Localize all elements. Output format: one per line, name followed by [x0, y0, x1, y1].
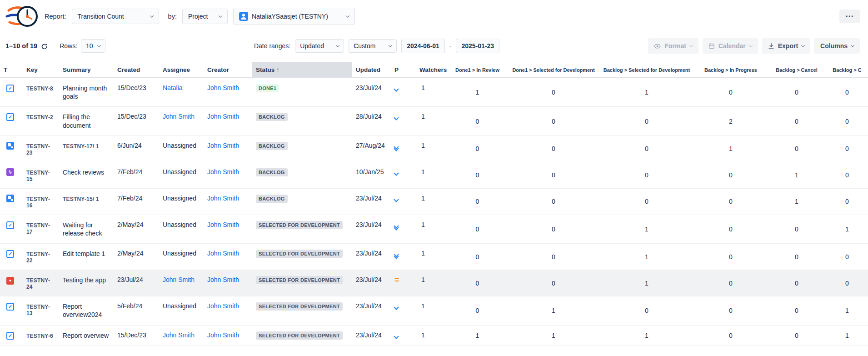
column-header[interactable]: Done1 > In Review — [447, 62, 508, 78]
creator-link[interactable]: John Smith — [204, 215, 252, 243]
format-button[interactable]: Format — [648, 38, 698, 54]
table-row[interactable]: ✓TESTNY-22Edit template 12/May/24Unassig… — [0, 244, 868, 270]
creator-link[interactable]: John Smith — [204, 188, 252, 215]
creator-link[interactable]: John Smith — [204, 135, 252, 162]
project-select[interactable]: NataliaYSaasjet (TESTNY) — [233, 8, 355, 25]
more-options-button[interactable]: ⋯ — [839, 10, 860, 23]
issue-key[interactable]: TESTNY-22 — [23, 244, 59, 270]
transition-count: 0 — [508, 135, 599, 162]
table-row[interactable]: ϟTESTNY-15Check reviews7/Feb/24Unassigne… — [0, 162, 868, 188]
creator-link[interactable]: John Smith — [204, 244, 252, 270]
column-header[interactable]: Status ↑ — [252, 62, 352, 78]
assignee-link[interactable]: John Smith — [159, 107, 204, 135]
transition-count: 1 — [599, 78, 694, 107]
priority-low-icon — [394, 197, 398, 201]
issue-summary: TESTNY-17/ 1 — [59, 135, 114, 162]
group-by-value: Project — [188, 13, 208, 20]
date-mode-value: Custom — [354, 42, 375, 50]
calendar-button[interactable]: Calendar — [703, 38, 758, 54]
table-row[interactable]: ✓TESTNY-8Planning month goals15/Dec/23Na… — [0, 78, 868, 107]
issue-key[interactable]: TESTNY-16 — [23, 188, 59, 215]
assignee-link[interactable]: John Smith — [159, 270, 204, 296]
project-value: NataliaYSaasjet (TESTNY) — [252, 13, 328, 20]
table-row[interactable]: ●TESTNY-24Testing the app23/Jul/24John S… — [0, 270, 868, 296]
creator-link[interactable]: John Smith — [204, 162, 252, 188]
column-header[interactable]: Backlog > C — [826, 62, 868, 78]
column-header[interactable]: P — [391, 62, 416, 78]
column-header[interactable]: Creator — [204, 62, 252, 78]
download-icon — [768, 43, 774, 49]
rows-per-page-select[interactable]: 10 — [81, 39, 105, 53]
assignee-link: Unassigned — [159, 296, 204, 325]
issue-key[interactable]: TESTNY-2 — [23, 107, 59, 135]
status-badge: SELECTED FOR DEVELOPMENT — [256, 302, 343, 311]
creator-link[interactable]: John Smith — [204, 270, 252, 296]
transition-count: 0 — [694, 270, 767, 296]
column-header[interactable]: Backlog > In Progress — [694, 62, 767, 78]
date-separator: - — [449, 42, 452, 50]
column-header[interactable]: Summary — [59, 62, 114, 78]
issue-key[interactable]: TESTNY-8 — [23, 78, 59, 107]
date-field-select[interactable]: Updated — [295, 39, 344, 53]
date-mode-select[interactable]: Custom — [349, 39, 397, 53]
transition-count: 1 — [767, 162, 826, 188]
column-header[interactable]: Key — [23, 62, 59, 78]
columns-button[interactable]: Columns — [814, 38, 860, 54]
transition-count: 0 — [508, 107, 599, 135]
transition-count: 1 — [599, 270, 694, 296]
transition-count: 0 — [447, 162, 508, 188]
report-type-select[interactable]: Transition Count — [72, 9, 159, 24]
transition-count: 0 — [694, 325, 767, 346]
transition-count: 0 — [508, 270, 599, 296]
transition-count: 0 — [767, 78, 826, 107]
issue-key[interactable]: TESTNY-23 — [23, 135, 59, 162]
column-header[interactable]: Updated — [352, 62, 391, 78]
refresh-icon[interactable] — [41, 43, 48, 50]
transition-count: 1 — [508, 325, 599, 346]
assignee-link[interactable]: John Smith — [159, 325, 204, 346]
creator-link[interactable]: John Smith — [204, 325, 252, 346]
creator-link[interactable]: John Smith — [204, 296, 252, 325]
column-header[interactable]: T — [0, 62, 23, 78]
date-field-value: Updated — [300, 42, 324, 50]
column-header[interactable]: Backlog > Cancel — [767, 62, 826, 78]
assignee-link[interactable]: Natalia — [159, 78, 204, 107]
table-row[interactable]: TESTNY-16TESTNY-15/ 17/Feb/24UnassignedJ… — [0, 188, 868, 215]
group-by-select[interactable]: Project — [182, 9, 228, 24]
app-logo — [5, 3, 39, 30]
issue-type-task-icon: ✓ — [6, 113, 14, 121]
issue-key[interactable]: TESTNY-17 — [23, 215, 59, 243]
report-type-value: Transition Count — [78, 13, 124, 20]
table-row[interactable]: ✓TESTNY-2Filling the document15/Dec/23Jo… — [0, 107, 868, 135]
table-row[interactable]: ✓TESTNY-13Report overview20245/Feb/24Una… — [0, 296, 868, 325]
issue-key[interactable]: TESTNY-6 — [23, 325, 59, 346]
transition-count: 0 — [447, 188, 508, 215]
issue-key[interactable]: TESTNY-15 — [23, 162, 59, 188]
transition-count: 0 — [694, 296, 767, 325]
export-button[interactable]: Export — [762, 38, 810, 54]
column-header[interactable]: Backlog > Selected for Development — [599, 62, 694, 78]
issue-type-task-icon: ✓ — [6, 221, 14, 229]
creator-link[interactable]: John Smith — [204, 107, 252, 135]
watchers-count: 1 — [416, 244, 447, 270]
creator-link[interactable]: John Smith — [204, 78, 252, 107]
transition-count: 0 — [826, 188, 868, 215]
priority-low-icon — [394, 334, 398, 338]
transition-count: 0 — [767, 107, 826, 135]
date-from-input[interactable]: 2024-06-01 — [401, 39, 445, 53]
column-header[interactable]: Watchers — [416, 62, 447, 78]
table-row[interactable]: ✓TESTNY-17Waiting for release check2/May… — [0, 215, 868, 243]
transition-count: 0 — [826, 107, 868, 135]
table-row[interactable]: TESTNY-23TESTNY-17/ 16/Jun/24UnassignedJ… — [0, 135, 868, 162]
column-header[interactable]: Done1 > Selected for Development — [508, 62, 599, 78]
issue-key[interactable]: TESTNY-24 — [23, 270, 59, 296]
status-badge: SELECTED FOR DEVELOPMENT — [256, 250, 343, 258]
project-avatar — [239, 12, 248, 21]
column-header[interactable]: Created — [114, 62, 159, 78]
created-date: 2/May/24 — [114, 244, 159, 270]
column-header[interactable]: Assignee — [159, 62, 204, 78]
date-to-input[interactable]: 2025-01-23 — [456, 39, 499, 53]
chevron-down-icon — [219, 14, 222, 17]
table-row[interactable]: ✓TESTNY-6Report overview15/Dec/23John Sm… — [0, 325, 868, 346]
issue-key[interactable]: TESTNY-13 — [23, 296, 59, 325]
